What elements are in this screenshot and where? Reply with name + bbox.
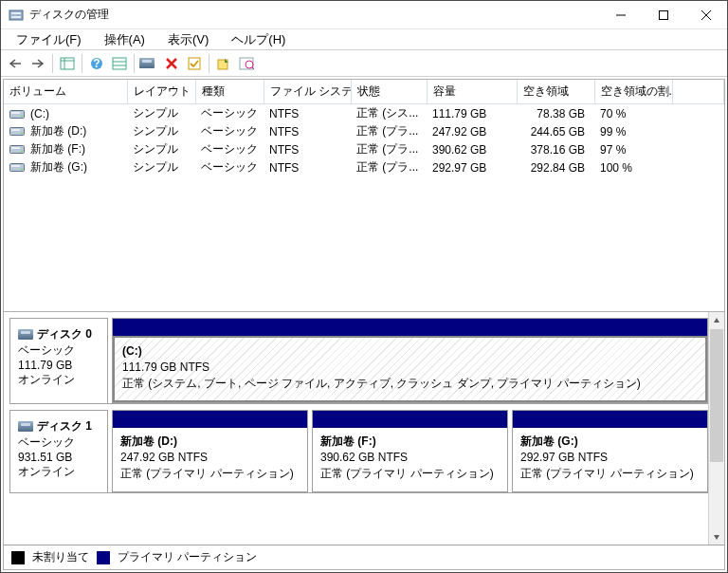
forward-button[interactable]: [27, 53, 48, 74]
drive-button[interactable]: [138, 53, 159, 74]
table-header-row: ボリューム レイアウト 種類 ファイル システム 状態 容量 空き領域 空き領域…: [4, 80, 724, 104]
cell-free: 292.84 GB: [517, 158, 594, 176]
legend-label-unallocated: 未割り当て: [32, 549, 89, 565]
disk-state: オンライン: [18, 372, 100, 388]
menu-action[interactable]: 操作(A): [93, 29, 156, 50]
svg-rect-7: [61, 58, 74, 69]
legend-bar: 未割り当て プライマリ パーティション: [4, 545, 724, 569]
drive-icon: [9, 143, 25, 155]
volume-table[interactable]: ボリューム レイアウト 種類 ファイル システム 状態 容量 空き領域 空き領域…: [4, 80, 724, 176]
disk-size: 931.51 GB: [18, 451, 100, 464]
partition[interactable]: (C:)111.79 GB NTFS正常 (システム, ブート, ページ ファイ…: [112, 318, 708, 403]
maximize-button[interactable]: [642, 1, 684, 28]
partition-header: [113, 319, 707, 336]
cell-pct: 99 %: [594, 122, 672, 140]
legend-label-primary: プライマリ パーティション: [118, 549, 257, 565]
col-free[interactable]: 空き領域: [517, 80, 594, 104]
disk-layout-pane: ディスク 0ベーシック111.79 GBオンライン(C:)111.79 GB N…: [4, 312, 724, 545]
cell-layout: シンプル: [127, 140, 195, 158]
titlebar[interactable]: ディスクの管理: [1, 1, 727, 29]
properties-button[interactable]: [236, 53, 257, 74]
cell-fs: NTFS: [264, 158, 351, 176]
window-title: ディスクの管理: [29, 7, 599, 23]
col-layout[interactable]: レイアウト: [127, 80, 195, 104]
cell-layout: シンプル: [127, 122, 195, 140]
menu-view[interactable]: 表示(V): [156, 29, 220, 50]
disk-icon: [18, 421, 33, 432]
check-button[interactable]: [184, 53, 205, 74]
list-button[interactable]: [109, 53, 130, 74]
content-area: ボリューム レイアウト 種類 ファイル システム 状態 容量 空き領域 空き領域…: [3, 79, 725, 570]
disk-row: ディスク 0ベーシック111.79 GBオンライン(C:)111.79 GB N…: [9, 318, 708, 404]
svg-rect-32: [11, 165, 20, 167]
col-status[interactable]: 状態: [351, 80, 427, 104]
toolbar-sep: [82, 54, 82, 73]
partition-status: 正常 (プライマリ パーティション): [120, 467, 294, 480]
partition-size: 247.92 GB NTFS: [120, 451, 208, 464]
svg-rect-2: [11, 16, 21, 18]
cell-fs: NTFS: [264, 122, 351, 140]
view-toggle-button[interactable]: [57, 53, 78, 74]
volume-table-pane: ボリューム レイアウト 種類 ファイル システム 状態 容量 空き領域 空き領域…: [4, 80, 724, 312]
col-type[interactable]: 種類: [195, 80, 264, 104]
partition-body: 新加卷 (G:)292.97 GB NTFS正常 (プライマリ パーティション): [513, 428, 707, 490]
partition-size: 111.79 GB NTFS: [122, 360, 209, 374]
disk-name: ディスク 1: [18, 418, 100, 434]
menu-help[interactable]: ヘルプ(H): [220, 29, 297, 50]
partition[interactable]: 新加卷 (G:)292.97 GB NTFS正常 (プライマリ パーティション): [512, 410, 708, 491]
partition-header: [113, 411, 307, 428]
partition[interactable]: 新加卷 (D:)247.92 GB NTFS正常 (プライマリ パーティション): [112, 410, 308, 491]
scroll-down-button[interactable]: [709, 528, 724, 545]
cell-capacity: 247.92 GB: [427, 122, 517, 140]
cell-volume: (C:): [4, 104, 127, 123]
cell-capacity: 292.97 GB: [427, 158, 517, 176]
partition-title: 新加卷 (D:): [120, 434, 177, 448]
table-row[interactable]: 新加卷 (F:)シンプルベーシックNTFS正常 (プラ...390.62 GB3…: [4, 140, 724, 158]
disk-name: ディスク 0: [18, 326, 100, 342]
toolbar-sep: [134, 54, 135, 73]
col-pct[interactable]: 空き領域の割...: [594, 80, 672, 104]
partition-body: 新加卷 (F:)390.62 GB NTFS正常 (プライマリ パーティション): [313, 428, 507, 490]
table-row[interactable]: (C:)シンプルベーシックNTFS正常 (シス...111.79 GB78.38…: [4, 104, 724, 123]
cell-capacity: 111.79 GB: [427, 104, 517, 123]
help-button[interactable]: ?: [86, 53, 107, 74]
partition[interactable]: 新加卷 (F:)390.62 GB NTFS正常 (プライマリ パーティション): [312, 410, 508, 491]
delete-button[interactable]: [161, 53, 182, 74]
vertical-scrollbar[interactable]: [708, 312, 724, 545]
svg-rect-12: [113, 58, 126, 69]
disk-size: 111.79 GB: [18, 359, 100, 372]
partition-body: (C:)111.79 GB NTFS正常 (システム, ブート, ページ ファイ…: [113, 336, 707, 402]
disk-info[interactable]: ディスク 0ベーシック111.79 GBオンライン: [9, 318, 108, 403]
cell-status: 正常 (シス...: [351, 104, 427, 123]
partition-size: 390.62 GB NTFS: [320, 451, 408, 464]
disk-parts: 新加卷 (D:)247.92 GB NTFS正常 (プライマリ パーティション)…: [108, 410, 708, 491]
refresh-button[interactable]: [213, 53, 234, 74]
cell-type: ベーシック: [195, 122, 264, 140]
scroll-thumb[interactable]: [710, 329, 723, 462]
drive-icon: [9, 161, 25, 173]
cell-pct: 70 %: [594, 104, 672, 123]
disk-parts: (C:)111.79 GB NTFS正常 (システム, ブート, ページ ファイ…: [108, 318, 708, 403]
table-row[interactable]: 新加卷 (D:)シンプルベーシックNTFS正常 (プラ...247.92 GB2…: [4, 122, 724, 140]
legend-swatch-primary: [97, 551, 110, 564]
table-row[interactable]: 新加卷 (G:)シンプルベーシックNTFS正常 (プラ...292.97 GB2…: [4, 158, 724, 176]
svg-rect-17: [189, 58, 200, 69]
col-volume[interactable]: ボリューム: [4, 80, 127, 104]
svg-rect-29: [11, 147, 20, 149]
disk-info[interactable]: ディスク 1ベーシック931.51 GBオンライン: [9, 410, 108, 491]
close-button[interactable]: [684, 1, 727, 28]
cell-type: ベーシック: [195, 104, 264, 123]
svg-point-27: [21, 133, 23, 135]
cell-layout: シンプル: [127, 104, 195, 123]
partition-header: [313, 411, 507, 428]
back-button[interactable]: [5, 53, 26, 74]
cell-status: 正常 (プラ...: [351, 122, 427, 140]
svg-point-30: [21, 151, 23, 153]
minimize-button[interactable]: [599, 1, 642, 28]
scroll-up-button[interactable]: [709, 312, 724, 328]
toolbar: ?: [1, 50, 727, 77]
col-capacity[interactable]: 容量: [427, 80, 517, 104]
cell-free: 378.16 GB: [517, 140, 594, 158]
col-fs[interactable]: ファイル システム: [264, 80, 351, 104]
menu-file[interactable]: ファイル(F): [5, 29, 93, 50]
